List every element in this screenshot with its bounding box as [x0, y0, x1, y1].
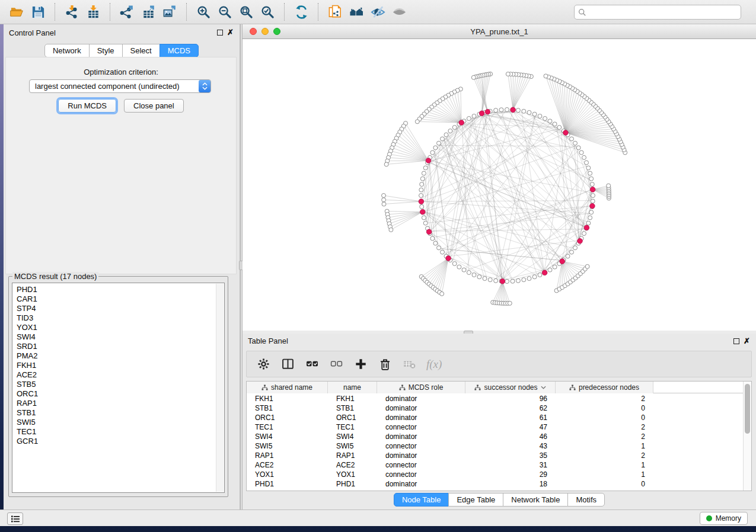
open-file-button[interactable] — [6, 3, 27, 21]
zoom-selected-button[interactable] — [257, 3, 278, 21]
table-row[interactable]: PHD1PHD1dominator180 — [247, 479, 743, 489]
mcds-node-item[interactable]: FKH1 — [17, 361, 224, 370]
table-row[interactable]: RAP1RAP1dominator352 — [247, 451, 743, 460]
tab-network-table[interactable]: Network Table — [503, 493, 568, 507]
column-layout-button[interactable] — [280, 357, 295, 371]
mcds-node-item[interactable]: STB5 — [17, 380, 224, 389]
mcds-node-item[interactable]: GCR1 — [17, 437, 224, 446]
tab-node-table[interactable]: Node Table — [394, 493, 449, 507]
mcds-node-item[interactable]: RAP1 — [17, 399, 224, 408]
export-network-button[interactable] — [116, 3, 138, 21]
cell-shared-name: SWI4 — [247, 432, 328, 441]
network-window-titlebar[interactable]: YPA_prune.txt_1 — [243, 24, 756, 39]
network-graph[interactable] — [243, 39, 756, 331]
tab-network[interactable]: Network — [44, 44, 90, 57]
mcds-node-item[interactable]: STP4 — [17, 304, 224, 313]
mcds-result-list[interactable]: PHD1CAR1STP4TID3YOX1SWI4SRD1PMA2FKH1ACE2… — [12, 283, 225, 493]
zoom-out-button[interactable] — [214, 3, 235, 21]
mcds-node-item[interactable]: PMA2 — [17, 351, 224, 361]
table-scrollbar[interactable] — [743, 382, 751, 491]
mcds-node-item[interactable]: SWI4 — [17, 332, 224, 342]
cell-MCDS-role: connector — [377, 423, 465, 431]
delete-column-button[interactable] — [378, 357, 392, 371]
mcds-node-item[interactable]: CAR1 — [17, 294, 224, 304]
status-bar: Memory — [0, 509, 756, 526]
table-panel: Table Panel ✗ f(x) shared namenameMCDS r… — [243, 334, 756, 509]
network-canvas[interactable] — [243, 39, 756, 331]
deselect-all-button[interactable] — [329, 357, 343, 371]
column-header-predecessor-nodes[interactable]: predecessor nodes — [556, 382, 653, 393]
add-column-button[interactable] — [353, 357, 368, 371]
mcds-node-item[interactable]: TEC1 — [17, 427, 224, 437]
tab-edge-table[interactable]: Edge Table — [448, 493, 503, 507]
mcds-node-item[interactable]: TID3 — [17, 313, 224, 323]
mcds-node-item[interactable]: SWI5 — [17, 418, 224, 427]
table-row[interactable]: STB1STB1dominator620 — [247, 403, 743, 413]
table-row[interactable]: YOX1YOX1connector291 — [247, 470, 743, 479]
attribute-icon — [474, 384, 481, 391]
export-image-button[interactable] — [159, 3, 180, 21]
show-graphics-details-icon — [392, 5, 407, 20]
import-table-button[interactable] — [82, 3, 104, 21]
mcds-node-item[interactable]: ACE2 — [17, 370, 224, 380]
mcds-result-group: MCDS result (17 nodes) PHD1CAR1STP4TID3Y… — [8, 276, 228, 497]
tab-motifs[interactable]: Motifs — [567, 493, 605, 507]
memory-status-icon — [706, 515, 712, 521]
save-session-button[interactable] — [27, 3, 49, 21]
network-overview-button[interactable] — [346, 3, 367, 21]
search-box[interactable] — [574, 5, 741, 20]
attribute-icon — [261, 384, 268, 391]
criterion-selected-value: largest connected component (undirected) — [30, 82, 199, 91]
zoom-fit-button[interactable] — [235, 3, 257, 21]
function-builder-button: f(x) — [426, 358, 442, 371]
duplicate-network-icon — [328, 5, 343, 20]
table-row[interactable]: ACE2ACE2connector311 — [247, 460, 743, 470]
table-row[interactable]: FKH1FKH1dominator962 — [247, 394, 743, 403]
cell-predecessor-nodes: 1 — [556, 470, 653, 479]
hide-graphics-details-button[interactable] — [367, 3, 388, 21]
run-mcds-button[interactable]: Run MCDS — [58, 99, 116, 113]
cell-MCDS-role: dominator — [377, 404, 465, 412]
tab-style[interactable]: Style — [89, 44, 123, 57]
table-tabs: Node Table Edge Table Network Table Moti… — [243, 493, 756, 507]
table-row[interactable]: TEC1TEC1connector472 — [247, 422, 743, 432]
column-header-MCDS-role[interactable]: MCDS role — [377, 382, 465, 393]
show-panels-menu-button[interactable] — [7, 512, 23, 525]
mcds-node-item[interactable]: YOX1 — [17, 323, 224, 332]
table-row[interactable]: ORC1ORC1dominator610 — [247, 413, 743, 422]
refresh-view-button[interactable] — [291, 3, 312, 21]
mcds-node-item[interactable]: ORC1 — [17, 389, 224, 399]
column-header-shared-name[interactable]: shared name — [247, 382, 328, 393]
mcds-list-scrollbar[interactable] — [216, 284, 224, 492]
optimization-criterion-select[interactable]: largest connected component (undirected) — [29, 79, 211, 93]
show-graphics-details-button[interactable] — [388, 3, 410, 21]
close-panel-button[interactable]: Close panel — [124, 99, 184, 113]
duplicate-network-button[interactable] — [324, 3, 346, 21]
memory-button[interactable]: Memory — [700, 512, 748, 525]
table-scrollbar-thumb[interactable] — [745, 384, 750, 434]
float-table-panel-icon[interactable] — [733, 338, 739, 344]
cell-predecessor-nodes: 2 — [556, 395, 653, 403]
table-row[interactable]: SWI5SWI5connector431 — [247, 441, 743, 451]
table-settings-button[interactable] — [256, 357, 270, 371]
column-header-name[interactable]: name — [328, 382, 377, 393]
table-row[interactable]: SWI4SWI4dominator462 — [247, 432, 743, 441]
mcds-node-item[interactable]: SRD1 — [17, 342, 224, 351]
select-all-button[interactable] — [305, 357, 319, 371]
column-header-successor-nodes[interactable]: successor nodes — [465, 382, 556, 393]
delete-table-button[interactable] — [402, 357, 416, 371]
close-panel-icon[interactable]: ✗ — [227, 30, 234, 36]
export-table-button[interactable] — [138, 3, 159, 21]
search-input[interactable] — [589, 8, 737, 17]
import-network-button[interactable] — [61, 3, 82, 21]
mcds-node-item[interactable]: STB1 — [17, 408, 224, 418]
cell-predecessor-nodes: 1 — [556, 442, 653, 450]
tab-select[interactable]: Select — [122, 44, 160, 57]
mcds-node-item[interactable]: PHD1 — [17, 285, 224, 294]
cell-predecessor-nodes: 2 — [556, 423, 653, 431]
sort-desc-icon — [541, 386, 546, 389]
tab-mcds[interactable]: MCDS — [160, 44, 199, 57]
float-panel-icon[interactable] — [217, 30, 223, 36]
zoom-in-button[interactable] — [193, 3, 214, 21]
close-table-panel-icon[interactable]: ✗ — [744, 338, 750, 344]
